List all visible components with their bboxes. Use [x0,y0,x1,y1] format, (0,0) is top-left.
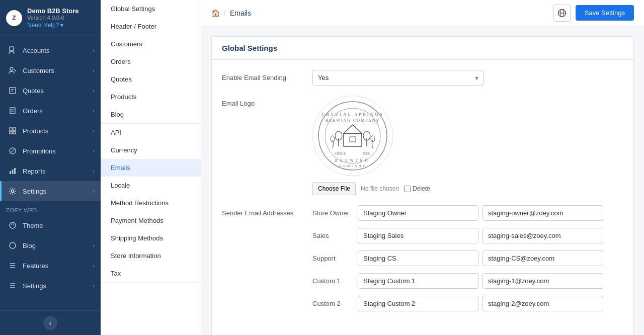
dropdown-item-tax[interactable]: Tax [101,265,201,282]
sidebar-item-web-settings[interactable]: Settings › [0,276,101,296]
sender-owner-name-input[interactable] [358,205,478,221]
orders-icon [8,106,18,116]
sidebar-item-accounts[interactable]: Accounts › [0,40,101,60]
sidebar-item-products[interactable]: Products › [0,121,101,141]
sender-sales-label: Sales [312,232,358,239]
sender-custom1-email-input[interactable] [482,273,603,289]
svg-text:COMPANY: COMPANY [339,164,366,168]
svg-text:SINCE: SINCE [334,151,346,156]
global-settings-title: Global Settings [222,44,277,52]
reports-icon [8,166,18,176]
sidebar-item-orders[interactable]: Orders › [0,101,101,121]
dropdown-item-method-restrictions[interactable]: Method Restrictions [101,194,201,212]
chevron-right-icon: › [93,88,95,94]
dropdown-item-locale[interactable]: Locale [101,177,201,194]
enable-email-select[interactable]: Yes No [312,70,484,86]
sidebar-accounts-label: Accounts [23,47,93,54]
save-settings-button[interactable]: Save Settings [576,5,634,21]
svg-text:CRYSTAL SPRINGS: CRYSTAL SPRINGS [321,112,384,117]
sidebar-item-theme[interactable]: Theme [0,215,101,235]
svg-line-13 [11,149,14,152]
sender-support-name-input[interactable] [358,250,478,266]
dropdown-item-currency[interactable]: Currency [101,141,201,159]
sender-sales-email-input[interactable] [482,228,603,243]
sidebar-settings-label: Settings [23,188,93,195]
dropdown-top-section: Global Settings Header / Footer Customer… [101,0,201,124]
store-version: Version 4.0.0-0 [27,15,79,21]
home-icon[interactable]: 🏠 [211,9,220,17]
sender-row-sales: Sales [312,228,623,243]
dropdown-item-emails[interactable]: Emails [101,159,201,177]
svg-marker-34 [344,125,362,133]
sender-custom2-email-input[interactable] [482,296,603,311]
global-settings-content: Enable Email Sending Yes No ▾ Email Lo [212,60,633,335]
sidebar-item-settings[interactable]: Settings › [0,181,101,201]
sender-sales-name-input[interactable] [358,228,478,243]
dropdown-item-customers-menu[interactable]: Customers [101,35,201,53]
main-wrapper: 🏠 / Emails Save Settings Global Settings [201,0,644,335]
sidebar-theme-label: Theme [23,222,95,229]
dropdown-item-blog-menu[interactable]: Blog [101,106,201,123]
sender-row-custom1: Custom 1 [312,273,623,289]
svg-point-1 [10,67,13,70]
chevron-down-icon: ▾ [60,22,63,29]
no-file-text: No file chosen [361,185,399,192]
dropdown-item-api[interactable]: API [101,124,201,141]
sidebar-item-quotes[interactable]: Quotes › [0,80,101,101]
svg-rect-2 [10,88,16,94]
features-icon [8,261,18,271]
globe-icon [557,9,567,18]
dropdown-item-payment-methods[interactable]: Payment Methods [101,212,201,229]
sidebar-customers-label: Customers [23,67,93,74]
enable-email-label: Enable Email Sending [222,70,312,81]
sender-email-label: Sender Email Addresses [222,205,312,217]
sidebar-products-label: Products [23,127,93,135]
sender-owner-email-input[interactable] [482,205,603,221]
chevron-right-icon: › [93,283,95,289]
sender-row-custom2: Custom 2 [312,296,623,311]
dropdown-item-products-menu[interactable]: Products [101,88,201,106]
svg-rect-5 [10,108,15,114]
globe-button[interactable] [553,5,571,22]
sidebar-item-blog[interactable]: Blog › [0,235,101,256]
sender-owner-label: Store Owner [312,209,358,217]
web-settings-icon [8,281,18,291]
email-logo-label: Email Logo [222,96,312,107]
svg-point-40 [331,136,335,142]
sender-email-control: Store Owner Sales Support [312,205,623,318]
email-logo-control: CRYSTAL SPRINGS BREWING COMPANY [312,96,623,195]
logo-image-preview: CRYSTAL SPRINGS BREWING COMPANY [312,96,393,176]
dropdown-item-orders-menu[interactable]: Orders [101,53,201,70]
chevron-right-icon: › [93,108,95,114]
svg-rect-10 [10,131,12,134]
sidebar-item-customers[interactable]: Customers › [0,60,101,80]
collapse-sidebar-button[interactable]: ‹ [43,316,57,330]
dropdown-item-header-footer[interactable]: Header / Footer [101,18,201,35]
chevron-right-icon: › [93,148,95,154]
choose-file-button[interactable]: Choose File [312,182,356,195]
settings-icon [8,186,18,196]
sender-custom2-label: Custom 2 [312,300,358,307]
sidebar-item-reports[interactable]: Reports › [0,161,101,181]
dropdown-item-shipping-methods[interactable]: Shipping Methods [101,229,201,247]
dropdown-item-global-settings[interactable]: Global Settings [101,0,201,18]
dropdown-item-store-information[interactable]: Store Information [101,247,201,265]
promotions-icon [8,146,18,156]
sender-custom2-name-input[interactable] [358,296,478,311]
global-settings-card: Global Settings Enable Email Sending Yes… [211,36,634,335]
sidebar-web-settings-label: Settings [23,282,93,290]
sender-support-email-input[interactable] [482,250,603,266]
sender-email-row: Sender Email Addresses Store Owner Sales [222,205,623,318]
dropdown-item-quotes-menu[interactable]: Quotes [101,70,201,88]
delete-checkbox[interactable] [404,186,411,192]
sidebar-reports-label: Reports [23,168,93,175]
delete-label: Delete [404,185,430,192]
app-logo: Z [6,10,22,26]
need-help-link[interactable]: Need Help? ▾ [27,22,79,29]
sidebar-item-promotions[interactable]: Promotions › [0,141,101,161]
svg-rect-8 [10,128,12,130]
sidebar-logo: Z Demo B2B Store Version 4.0.0-0 Need He… [0,0,101,36]
sidebar-orders-label: Orders [23,107,93,115]
sidebar-item-features[interactable]: Features › [0,256,101,276]
sender-custom1-name-input[interactable] [358,273,478,289]
